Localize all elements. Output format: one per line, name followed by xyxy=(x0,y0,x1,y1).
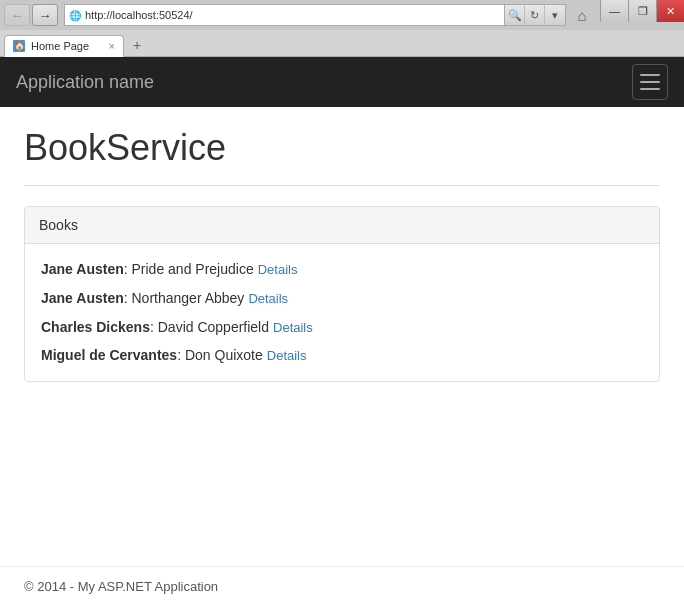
footer: © 2014 - My ASP.NET Application xyxy=(0,566,684,606)
book-details-link[interactable]: Details xyxy=(248,291,288,306)
list-item: Miguel de Cervantes: Don QuixoteDetails xyxy=(41,344,643,367)
book-author: Miguel de Cervantes xyxy=(41,347,177,363)
forward-button[interactable]: → xyxy=(32,4,58,26)
restore-button[interactable]: ❐ xyxy=(628,0,656,22)
tab-bar: 🏠 Home Page × + xyxy=(0,30,684,56)
tab-label: Home Page xyxy=(31,40,89,52)
list-item: Jane Austen: Pride and PrejudiceDetails xyxy=(41,258,643,281)
book-details-link[interactable]: Details xyxy=(258,262,298,277)
book-title: : Pride and Prejudice xyxy=(124,261,254,277)
panel-heading: Books xyxy=(25,207,659,244)
address-icon: 🌐 xyxy=(69,10,81,21)
refresh-button[interactable]: ↻ xyxy=(525,4,545,26)
book-details-link[interactable]: Details xyxy=(273,320,313,335)
book-author: Jane Austen xyxy=(41,261,124,277)
address-actions: 🔍 ↻ ▾ xyxy=(505,4,566,26)
close-button[interactable]: ✕ xyxy=(656,0,684,22)
tab-favicon: 🏠 xyxy=(13,40,25,52)
url-text: http://localhost:50524/ xyxy=(85,9,500,21)
app-brand[interactable]: Application name xyxy=(16,72,154,93)
home-icon[interactable]: ⌂ xyxy=(572,5,592,25)
book-title: : David Copperfield xyxy=(150,319,269,335)
ham-line-2 xyxy=(640,81,660,83)
nav-row: ← → 🌐 http://localhost:50524/ 🔍 ↻ ▾ ⌂ ★ … xyxy=(0,0,684,30)
book-author: Jane Austen xyxy=(41,290,124,306)
address-bar: 🌐 http://localhost:50524/ 🔍 ↻ ▾ xyxy=(64,4,566,26)
tab-close-button[interactable]: × xyxy=(109,40,115,52)
book-title: : Northanger Abbey xyxy=(124,290,245,306)
main-content: BookService Books Jane Austen: Pride and… xyxy=(0,107,684,566)
browser-chrome: — ❐ ✕ ← → 🌐 http://localhost:50524/ 🔍 ↻ … xyxy=(0,0,684,57)
title-divider xyxy=(24,185,660,186)
minimize-button[interactable]: — xyxy=(600,0,628,22)
ham-line-3 xyxy=(640,88,660,90)
active-tab[interactable]: 🏠 Home Page × xyxy=(4,35,124,57)
search-go-button[interactable]: 🔍 xyxy=(505,4,525,26)
navbar: Application name xyxy=(0,57,684,107)
books-panel: Books Jane Austen: Pride and PrejudiceDe… xyxy=(24,206,660,382)
page-title: BookService xyxy=(24,127,660,169)
book-details-link[interactable]: Details xyxy=(267,348,307,363)
footer-text: © 2014 - My ASP.NET Application xyxy=(24,579,218,594)
ham-line-1 xyxy=(640,74,660,76)
url-input[interactable]: 🌐 http://localhost:50524/ xyxy=(64,4,505,26)
list-item: Jane Austen: Northanger AbbeyDetails xyxy=(41,287,643,310)
book-title: : Don Quixote xyxy=(177,347,263,363)
book-author: Charles Dickens xyxy=(41,319,150,335)
new-tab-button[interactable]: + xyxy=(126,34,148,56)
back-button[interactable]: ← xyxy=(4,4,30,26)
hamburger-button[interactable] xyxy=(632,64,668,100)
list-item: Charles Dickens: David CopperfieldDetail… xyxy=(41,316,643,339)
dropdown-button[interactable]: ▾ xyxy=(545,4,565,26)
panel-body: Jane Austen: Pride and PrejudiceDetailsJ… xyxy=(25,244,659,381)
